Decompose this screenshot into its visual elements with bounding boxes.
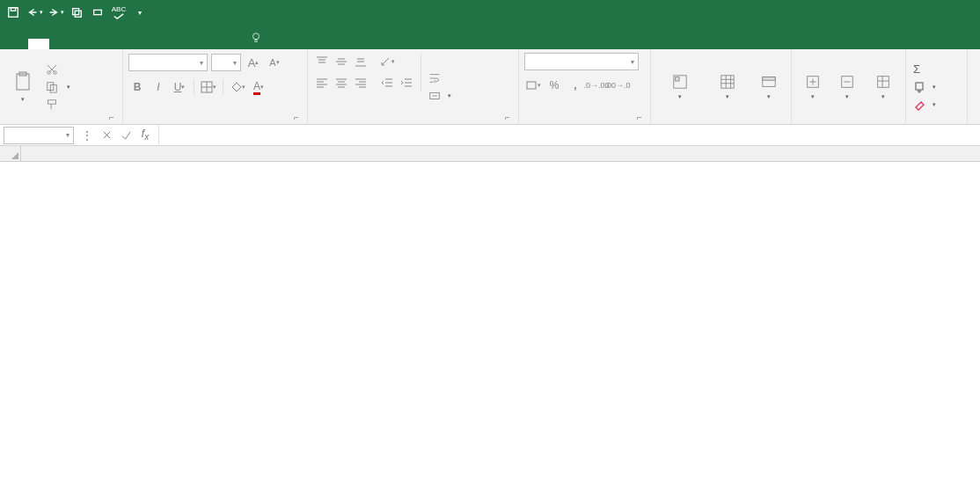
qat-btn-4[interactable]: [67, 3, 86, 22]
tab-wpspdf[interactable]: [218, 39, 239, 49]
delete-cells-button[interactable]: ▾: [831, 53, 862, 121]
undo-icon[interactable]: ▾: [25, 3, 44, 22]
decrease-decimal-icon[interactable]: .00→.0: [609, 77, 626, 94]
svg-rect-4: [94, 10, 102, 14]
tab-data[interactable]: [134, 39, 155, 49]
underline-button[interactable]: U▾: [171, 78, 188, 96]
tab-file[interactable]: [7, 39, 28, 49]
scissors-icon: [46, 63, 58, 76]
copy-icon: [46, 81, 58, 93]
tab-home[interactable]: [28, 39, 49, 49]
tab-insert[interactable]: [70, 39, 91, 49]
increase-decimal-icon[interactable]: .0→.00: [588, 77, 605, 94]
format-painter-button[interactable]: [44, 97, 72, 113]
tab-view[interactable]: [176, 39, 197, 49]
svg-rect-24: [916, 83, 923, 90]
decrease-font-icon[interactable]: A▾: [266, 54, 283, 71]
svg-rect-20: [763, 77, 775, 80]
quick-access-toolbar: ▾ ▾ ABC ▾: [4, 3, 150, 22]
font-color-button[interactable]: A▾: [250, 78, 267, 96]
clipboard-launcher-icon[interactable]: ⌐: [106, 112, 117, 122]
svg-point-5: [253, 33, 260, 40]
svg-rect-1: [11, 8, 15, 11]
group-number: ▾ ▾ % , .0→.00 .00→.0 ⌐: [519, 49, 651, 124]
format-as-table-button[interactable]: ▾: [706, 53, 749, 121]
align-right-icon[interactable]: [352, 74, 369, 91]
column-headers: [0, 146, 980, 162]
insert-cells-button[interactable]: ▾: [797, 53, 828, 121]
group-cells: ▾ ▾ ▾: [792, 49, 906, 124]
decrease-indent-icon[interactable]: [378, 74, 396, 91]
svg-rect-23: [877, 76, 889, 87]
group-styles: ▾ ▾ ▾: [651, 49, 792, 124]
insert-function-icon[interactable]: fx: [135, 126, 155, 145]
formula-input[interactable]: [158, 125, 980, 145]
font-launcher-icon[interactable]: ⌐: [291, 112, 302, 122]
group-editing: Σ ▾ ▾: [906, 49, 968, 124]
svg-rect-17: [675, 77, 679, 81]
font-size-combo[interactable]: ▾: [211, 54, 241, 71]
group-clipboard: ▾ ▾ ⌐: [0, 49, 123, 124]
cut-button[interactable]: [44, 62, 72, 77]
align-top-icon[interactable]: [313, 53, 331, 70]
svg-rect-3: [75, 11, 81, 17]
enter-formula-icon[interactable]: [116, 126, 135, 145]
eraser-icon: [913, 99, 925, 111]
align-middle-icon[interactable]: [333, 53, 350, 70]
merge-icon: [428, 90, 441, 102]
orientation-button[interactable]: ▾: [378, 53, 396, 70]
bucket-icon: [230, 81, 242, 93]
accounting-format-icon[interactable]: ▾: [524, 77, 542, 94]
cancel-formula-icon[interactable]: [97, 126, 116, 145]
number-launcher-icon[interactable]: ⌐: [634, 112, 645, 122]
spelling-icon[interactable]: ABC: [109, 3, 128, 22]
qat-btn-5[interactable]: [88, 3, 107, 22]
name-box[interactable]: ▾: [4, 127, 74, 144]
svg-rect-15: [527, 82, 536, 89]
align-left-icon[interactable]: [313, 74, 331, 91]
alignment-launcher-icon[interactable]: ⌐: [502, 112, 513, 122]
formula-bar: ▾ ⋮ fx: [0, 125, 980, 146]
fill-button[interactable]: ▾: [911, 79, 938, 95]
number-format-combo[interactable]: ▾: [524, 53, 639, 70]
ribbon-tabs: [0, 25, 980, 49]
tab-formulas[interactable]: [113, 39, 134, 49]
tab-help[interactable]: [197, 39, 218, 49]
fill-down-icon: [913, 81, 925, 93]
italic-button[interactable]: I: [150, 78, 167, 96]
paste-button[interactable]: ▾: [5, 53, 40, 121]
save-icon[interactable]: [4, 3, 23, 22]
align-bottom-icon[interactable]: [352, 53, 369, 70]
wrap-text-button[interactable]: [427, 70, 453, 86]
comma-format-icon[interactable]: ,: [567, 77, 584, 94]
tell-me-search[interactable]: [250, 26, 267, 49]
align-center-icon[interactable]: [333, 74, 350, 91]
svg-rect-18: [721, 75, 734, 87]
fb-expand-icon[interactable]: ⋮: [77, 126, 97, 145]
tab-pagelayout[interactable]: [91, 39, 113, 49]
tab-newtab[interactable]: [49, 39, 70, 49]
svg-rect-0: [9, 8, 18, 18]
format-cells-button[interactable]: ▾: [866, 53, 900, 121]
lightbulb-icon: [250, 32, 262, 44]
fill-color-button[interactable]: ▾: [229, 78, 246, 96]
cell-styles-button[interactable]: ▾: [752, 53, 786, 121]
autosum-button[interactable]: Σ: [911, 62, 938, 77]
title-bar: ▾ ▾ ABC ▾: [0, 0, 980, 25]
merge-center-button[interactable]: ▾: [427, 88, 453, 104]
svg-rect-2: [73, 9, 79, 15]
qat-customize-icon[interactable]: ▾: [130, 3, 150, 22]
conditional-formatting-button[interactable]: ▾: [656, 53, 703, 121]
copy-button[interactable]: ▾: [44, 79, 72, 95]
tab-review[interactable]: [155, 39, 176, 49]
increase-indent-icon[interactable]: [398, 74, 415, 91]
border-button[interactable]: ▾: [200, 78, 217, 96]
percent-format-icon[interactable]: %: [545, 77, 563, 94]
bold-button[interactable]: B: [128, 78, 146, 96]
ribbon: ▾ ▾ ⌐ ▾ ▾ A▴ A▾ B I U▾ ▾: [0, 49, 980, 125]
redo-icon[interactable]: ▾: [46, 3, 65, 22]
font-name-combo[interactable]: ▾: [128, 54, 208, 71]
increase-font-icon[interactable]: A▴: [245, 54, 262, 71]
clear-button[interactable]: ▾: [911, 97, 938, 113]
select-all-corner[interactable]: [0, 146, 21, 161]
